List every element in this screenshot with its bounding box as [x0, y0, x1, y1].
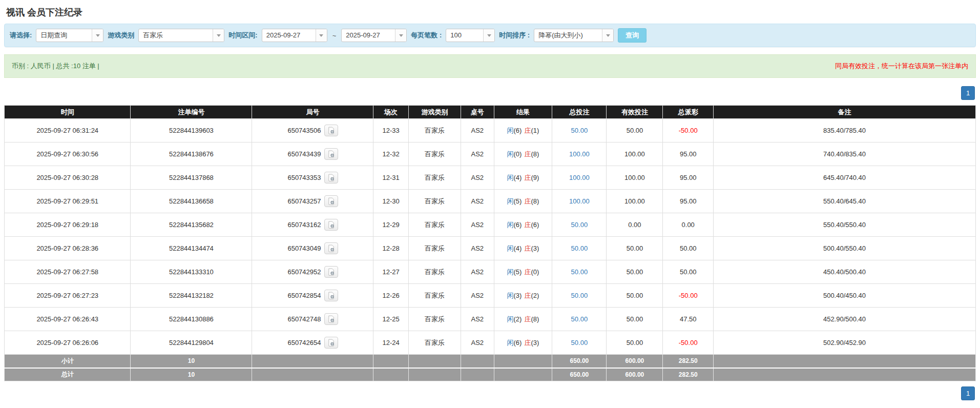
page-size-value: 100 — [446, 29, 483, 42]
cell-game-type: 百家乐 — [408, 190, 461, 213]
banker-result: 庄 — [524, 197, 531, 205]
cell-payout: 50.00 — [663, 260, 714, 284]
cell-valid-bet: 50.00 — [607, 284, 663, 308]
cell-round-no: 650743257 — [252, 190, 373, 213]
chevron-down-icon[interactable] — [213, 29, 224, 42]
video-file-icon — [327, 150, 335, 158]
cell-round-no: 650743049 — [252, 237, 373, 260]
currency-total-text: 币别 : 人民币 | 总共 :10 注单 | — [12, 62, 99, 71]
cell-valid-bet: 100.00 — [607, 190, 663, 213]
total-bet-link[interactable]: 50.00 — [571, 127, 588, 134]
cell-bet-id: 522844138676 — [131, 142, 252, 166]
video-replay-button[interactable] — [324, 337, 338, 349]
page-size-select[interactable]: 100 — [446, 29, 495, 42]
banker-result: 庄 — [524, 127, 531, 134]
table-row: 2025-09-27 06:30:56 522844138676 6507434… — [5, 142, 976, 166]
query-type-select[interactable]: 日期查询 — [36, 29, 103, 42]
banker-result: 庄 — [524, 174, 531, 181]
page-size-label: 每页笔数 : — [411, 31, 442, 40]
video-replay-button[interactable] — [324, 172, 338, 183]
total-bet-link[interactable]: 100.00 — [569, 174, 590, 181]
cell-time: 2025-09-27 06:31:24 — [5, 119, 131, 142]
total-bet-link[interactable]: 100.00 — [569, 197, 590, 205]
cell-total-bet: 50.00 — [552, 284, 607, 308]
cell-session: 12-27 — [373, 260, 408, 284]
cell-table-no: AS2 — [461, 119, 494, 142]
cell-table-no: AS2 — [461, 331, 494, 355]
grand-total-count: 10 — [131, 368, 252, 381]
total-bet-link[interactable]: 100.00 — [569, 150, 590, 158]
cell-result: 闲(3)庄(2) — [494, 284, 552, 308]
header-time: 时间 — [5, 106, 131, 119]
total-bet-link[interactable]: 50.00 — [571, 292, 588, 299]
page-title: 视讯 会员下注纪录 — [6, 6, 980, 18]
video-replay-button[interactable] — [324, 195, 338, 207]
search-button[interactable]: 查询 — [618, 28, 647, 43]
cell-round-no: 650742952 — [252, 260, 373, 284]
cell-game-type: 百家乐 — [408, 142, 461, 166]
cell-payout: 95.00 — [663, 142, 714, 166]
bet-records-table: 时间 注单编号 局号 场次 游戏类别 桌号 结果 总投注 有效投注 总派彩 备注… — [4, 105, 976, 381]
video-file-icon — [327, 221, 335, 229]
cell-total-bet: 50.00 — [552, 331, 607, 355]
video-file-icon — [327, 292, 335, 299]
chevron-down-icon[interactable] — [92, 29, 103, 42]
cell-total-bet: 100.00 — [552, 142, 607, 166]
sort-order-select[interactable]: 降幂(由大到小) — [534, 29, 614, 42]
cell-total-bet: 50.00 — [552, 237, 607, 260]
total-bet-link[interactable]: 50.00 — [571, 268, 588, 276]
header-result: 结果 — [494, 106, 552, 119]
cell-total-bet: 50.00 — [552, 308, 607, 331]
cell-total-bet: 100.00 — [552, 166, 607, 190]
total-bet-link[interactable]: 50.00 — [571, 221, 588, 229]
cell-round-no: 650743162 — [252, 213, 373, 237]
cell-remark: 645.40/740.40 — [714, 166, 976, 190]
page-1-button[interactable]: 1 — [961, 386, 975, 400]
cell-game-type: 百家乐 — [408, 331, 461, 355]
cell-table-no: AS2 — [461, 260, 494, 284]
chevron-down-icon[interactable] — [483, 29, 494, 42]
total-bet-link[interactable]: 50.00 — [571, 244, 588, 252]
video-replay-button[interactable] — [324, 219, 338, 231]
chevron-down-icon[interactable] — [316, 29, 327, 42]
cell-result: 闲(5)庄(0) — [494, 260, 552, 284]
total-bet-link[interactable]: 50.00 — [571, 315, 588, 323]
cell-bet-id: 522844135682 — [131, 213, 252, 237]
cell-result: 闲(4)庄(9) — [494, 166, 552, 190]
total-bet-link[interactable]: 50.00 — [571, 339, 588, 346]
cell-table-no: AS2 — [461, 308, 494, 331]
cell-game-type: 百家乐 — [408, 213, 461, 237]
pagination-bottom: 1 — [5, 386, 975, 400]
video-replay-button[interactable] — [324, 148, 338, 160]
cell-table-no: AS2 — [461, 237, 494, 260]
page-1-button[interactable]: 1 — [961, 86, 975, 100]
cell-bet-id: 522844139603 — [131, 119, 252, 142]
video-replay-button[interactable] — [324, 290, 338, 301]
video-replay-button[interactable] — [324, 313, 338, 325]
cell-session: 12-33 — [373, 119, 408, 142]
cell-remark: 550.40/550.40 — [714, 213, 976, 237]
cell-payout: 95.00 — [663, 190, 714, 213]
video-file-icon — [327, 127, 335, 134]
game-type-select[interactable]: 百家乐 — [138, 29, 224, 42]
header-session: 场次 — [373, 106, 408, 119]
cell-round-no: 650742748 — [252, 308, 373, 331]
chevron-down-icon[interactable] — [395, 29, 406, 42]
chevron-down-icon[interactable] — [602, 29, 613, 42]
cell-remark: 500.40/550.40 — [714, 237, 976, 260]
summary-bar: 币别 : 人民币 | 总共 :10 注单 | 同局有效投注，统一计算在该局第一张… — [4, 54, 976, 78]
cell-time: 2025-09-27 06:26:06 — [5, 331, 131, 355]
player-result: 闲 — [507, 315, 514, 323]
cell-time: 2025-09-27 06:29:51 — [5, 190, 131, 213]
video-replay-button[interactable] — [324, 125, 338, 136]
video-replay-button[interactable] — [324, 242, 338, 254]
grand-total-row: 总计 10 650.00 600.00 282.50 — [5, 368, 976, 381]
cell-remark: 740.40/835.40 — [714, 142, 976, 166]
cell-bet-id: 522844132182 — [131, 284, 252, 308]
date-from-value: 2025-09-27 — [262, 29, 316, 42]
query-type-value: 日期查询 — [36, 29, 92, 42]
date-to-input[interactable]: 2025-09-27 — [341, 29, 407, 42]
date-from-input[interactable]: 2025-09-27 — [262, 29, 327, 42]
video-replay-button[interactable] — [324, 266, 338, 278]
table-body: 2025-09-27 06:31:24 522844139603 6507435… — [5, 119, 976, 355]
